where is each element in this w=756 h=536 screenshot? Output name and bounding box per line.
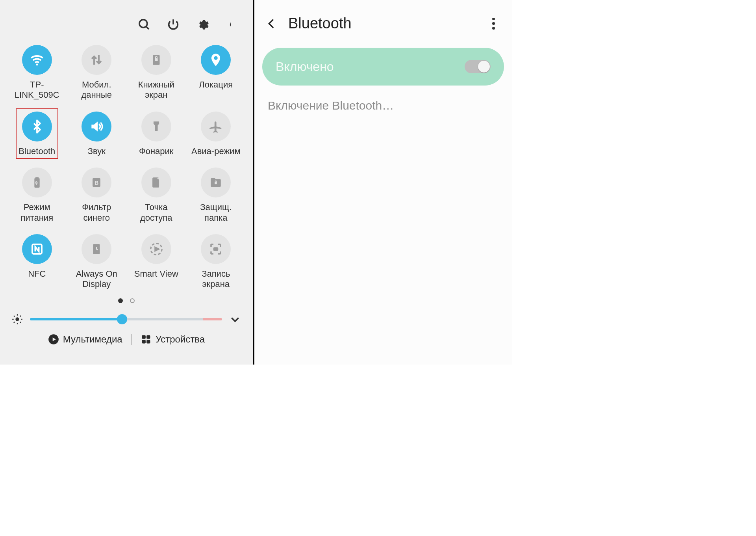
svg-marker-15 — [155, 247, 159, 251]
svg-rect-30 — [142, 340, 145, 343]
qs-top-icons — [0, 0, 253, 32]
qs-bottom-row: Мультимедиа Устройства — [0, 334, 253, 345]
page-indicator[interactable] — [0, 298, 253, 303]
tile-label: Защищ. папка — [188, 202, 243, 223]
tile-flashlight[interactable]: Фонарик — [126, 112, 186, 156]
bt-toggle-label: Включено — [276, 60, 334, 74]
nfc-icon[interactable] — [22, 234, 52, 264]
wifi-icon[interactable] — [22, 45, 52, 75]
back-icon[interactable] — [265, 17, 278, 30]
tile-securefolder[interactable]: Защищ. папка — [186, 168, 246, 223]
tile-label: Звук — [88, 146, 106, 156]
tile-powermode[interactable]: Режим питания — [7, 168, 67, 223]
devices-label: Устройства — [156, 334, 205, 345]
securefolder-icon[interactable] — [201, 168, 231, 197]
svg-rect-31 — [146, 340, 150, 343]
media-label: Мультимедиа — [63, 334, 122, 345]
tile-aod[interactable]: Always On Display — [67, 234, 127, 290]
tile-label: Bluetooth — [19, 146, 55, 156]
page-dot-2[interactable] — [130, 298, 135, 303]
bluetooth-settings-panel: Bluetooth Включено Включение Bluetooth… — [254, 0, 512, 365]
bt-switch[interactable] — [465, 60, 491, 73]
screenrec-icon[interactable] — [201, 234, 231, 264]
tile-sound[interactable]: Звук — [67, 112, 127, 156]
booklock-icon[interactable] — [141, 45, 171, 75]
svg-point-2 — [230, 22, 231, 24]
tile-bluefilter[interactable]: BФильтр синего — [67, 168, 127, 223]
svg-rect-29 — [146, 335, 150, 339]
svg-rect-11 — [215, 182, 217, 184]
tile-label: Запись экрана — [188, 269, 243, 290]
tile-label: Фильтр синего — [69, 202, 124, 223]
media-button[interactable]: Мультимедиа — [48, 334, 122, 345]
tile-nfc[interactable]: NFC — [7, 234, 67, 290]
svg-line-1 — [146, 26, 149, 29]
powermode-icon[interactable] — [22, 168, 52, 197]
bt-header: Bluetooth — [254, 0, 512, 32]
svg-point-5 — [36, 63, 38, 65]
separator — [131, 334, 132, 345]
brightness-thumb[interactable] — [117, 314, 127, 324]
svg-point-4 — [230, 25, 231, 26]
svg-rect-28 — [142, 335, 145, 339]
tile-label: Режим питания — [9, 202, 65, 223]
tile-label: Мобил. данные — [69, 80, 124, 100]
bluefilter-icon[interactable]: B — [82, 168, 111, 197]
devices-icon — [141, 334, 152, 345]
tile-label: Always On Display — [69, 269, 124, 290]
flashlight-icon[interactable] — [141, 112, 171, 141]
brightness-row — [0, 303, 253, 325]
quick-settings-panel: TP-LINK_509CМобил. данныеКнижный экранЛо… — [0, 0, 254, 365]
play-icon — [48, 334, 59, 345]
svg-rect-7 — [155, 58, 158, 61]
bt-status-text: Включение Bluetooth… — [254, 86, 512, 126]
tile-smartview[interactable]: Smart View — [126, 234, 186, 290]
svg-point-0 — [139, 20, 147, 28]
switch-knob — [478, 61, 490, 73]
settings-icon[interactable] — [195, 17, 210, 32]
aod-icon[interactable] — [82, 234, 111, 264]
power-icon[interactable] — [165, 17, 181, 32]
tile-label: TP-LINK_509C — [9, 80, 65, 100]
sound-icon[interactable] — [82, 112, 111, 141]
devices-button[interactable]: Устройства — [141, 334, 205, 345]
tile-airplane[interactable]: Авиа-режим — [186, 112, 246, 156]
location-icon[interactable] — [201, 45, 231, 75]
svg-point-3 — [230, 24, 231, 25]
tile-mobiledata[interactable]: Мобил. данные — [67, 45, 127, 100]
data-icon[interactable] — [82, 45, 111, 75]
page-dot-1[interactable] — [118, 298, 123, 303]
smartview-icon[interactable] — [141, 234, 171, 264]
tile-booklock[interactable]: Книжный экран — [126, 45, 186, 100]
tile-location[interactable]: Локация — [186, 45, 246, 100]
hotspot-icon[interactable] — [141, 168, 171, 197]
svg-point-8 — [214, 56, 218, 60]
tile-label: Точка доступа — [129, 202, 184, 223]
page-title: Bluetooth — [288, 15, 477, 32]
bluetooth-icon[interactable] — [22, 112, 52, 141]
tile-label: Фонарик — [139, 146, 174, 156]
tile-hotspot[interactable]: Точка доступа — [126, 168, 186, 223]
airplane-icon[interactable] — [201, 112, 231, 141]
brightness-expand-icon[interactable] — [229, 313, 241, 325]
brightness-slider[interactable] — [30, 318, 222, 320]
svg-text:B: B — [94, 180, 98, 186]
tile-label: NFC — [28, 269, 46, 279]
brightness-icon — [12, 314, 23, 325]
tile-screenrec[interactable]: Запись экрана — [186, 234, 246, 290]
bt-toggle-pill[interactable]: Включено — [262, 48, 504, 86]
svg-line-24 — [14, 322, 15, 322]
more-icon[interactable] — [487, 18, 499, 30]
tile-label: Локация — [199, 80, 233, 90]
tile-bluetooth[interactable]: Bluetooth — [7, 112, 67, 156]
qs-tiles-grid: TP-LINK_509CМобил. данныеКнижный экранЛо… — [0, 32, 253, 290]
tile-label: Smart View — [134, 269, 178, 279]
svg-line-25 — [20, 316, 21, 316]
svg-point-17 — [15, 317, 19, 321]
search-icon[interactable] — [136, 17, 152, 32]
more-icon[interactable] — [224, 17, 239, 32]
svg-line-23 — [20, 322, 21, 322]
tile-wifi[interactable]: TP-LINK_509C — [7, 45, 67, 100]
tile-label: Книжный экран — [129, 80, 184, 100]
tile-label: Авиа-режим — [191, 146, 241, 156]
